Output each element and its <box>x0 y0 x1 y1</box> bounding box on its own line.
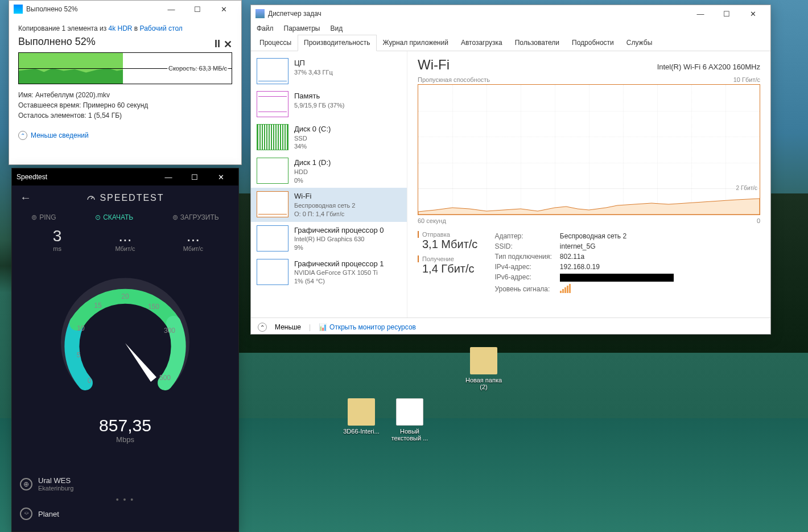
close-button[interactable]: ✕ <box>211 1 237 18</box>
upload-value: ... <box>170 227 216 245</box>
file-icon <box>396 398 423 426</box>
task-manager-window: Диспетчер задач — ☐ ✕ Файл Параметры Вид… <box>250 5 771 335</box>
minimize-button[interactable]: — <box>158 1 184 18</box>
chevron-up-icon: ⌃ <box>18 131 27 140</box>
icon-label: 3D66-Interi... <box>339 428 384 435</box>
file-copy-dialog: Выполнено 52% — ☐ ✕ Копирование 1 элемен… <box>9 0 242 165</box>
adapter-name: Intel(R) Wi-Fi 6 AX200 160MHz <box>657 63 760 71</box>
desktop-icon-textfile[interactable]: Новый текстовый ... <box>387 398 432 442</box>
progress-title: Выполнено 52% <box>18 36 96 48</box>
sidebar-item-memory[interactable]: Память5,9/15,9 ГБ (37%) <box>251 88 407 121</box>
fewer-details-button[interactable]: Меньше <box>275 323 301 331</box>
tab-performance[interactable]: Производительность <box>298 35 376 51</box>
icon-label: Новый текстовый ... <box>387 428 432 442</box>
speed-unit: Mbps <box>12 435 238 444</box>
copy-details: Имя: Антебеллум (2020).mkv Оставшееся вр… <box>18 90 232 121</box>
sidebar-item-wifi[interactable]: Wi-FiБеспроводная сеть 2О: 0 П: 1,4 Гбит… <box>251 188 407 221</box>
svg-marker-0 <box>125 343 156 382</box>
close-button[interactable]: ✕ <box>208 168 234 185</box>
open-resource-monitor-link[interactable]: 📊Открыть монитор ресурсов <box>319 323 416 331</box>
receive-label: Получение <box>418 255 477 262</box>
svg-text:5: 5 <box>77 351 81 359</box>
svg-text:20: 20 <box>121 292 129 300</box>
window-title: Диспетчер задач <box>268 10 687 18</box>
tab-download[interactable]: ⊙СКАЧАТЬ <box>95 213 133 221</box>
download-value: ... <box>102 227 148 245</box>
send-label: Отправка <box>418 231 477 238</box>
speedtest-logo: SPEEDTEST <box>31 193 219 203</box>
maximize-button[interactable]: ☐ <box>714 5 740 22</box>
titlebar[interactable]: Speedtest — ☐ ✕ <box>12 168 238 185</box>
svg-text:300: 300 <box>164 327 175 335</box>
tab-apphistory[interactable]: Журнал приложений <box>377 35 455 51</box>
cancel-button[interactable]: ✕ <box>224 38 232 51</box>
monitor-icon: 📊 <box>319 323 327 331</box>
tabbar: Процессы Производительность Журнал прило… <box>251 35 770 51</box>
ping-icon: ⊚ <box>31 213 37 221</box>
menubar: Файл Параметры Вид <box>251 22 770 35</box>
send-value: 3,1 Мбит/с <box>418 238 477 251</box>
throughput-chart[interactable]: 2 Гбит/с <box>418 84 760 215</box>
panel-title: Wi-Fi <box>418 57 450 73</box>
copy-speed: Скорость: 63,3 МБ/с <box>167 64 228 72</box>
source-folder-link[interactable]: 4k HDR <box>108 24 132 32</box>
sidebar-item-gpu0[interactable]: Графический процессор 0Intel(R) HD Graph… <box>251 222 407 255</box>
copy-source-line: Копирование 1 элемента из 4k HDR в Рабоч… <box>18 24 232 32</box>
window-title: Выполнено 52% <box>26 5 158 13</box>
titlebar[interactable]: Выполнено 52% — ☐ ✕ <box>9 1 241 18</box>
folder-icon <box>348 398 375 426</box>
svg-text:500: 500 <box>159 374 171 382</box>
receive-value: 1,4 Гбит/с <box>418 262 477 275</box>
desktop-icon-folder[interactable]: Новая папка (2) <box>461 347 506 390</box>
isp-row[interactable]: ⊕ Ural WESEkaterinburg <box>20 473 230 495</box>
tab-services[interactable]: Службы <box>620 35 658 51</box>
progress-chart: Скорость: 63,3 МБ/с <box>18 52 232 84</box>
current-speed: 857,35 <box>12 416 238 435</box>
menu-file[interactable]: Файл <box>257 24 274 32</box>
menu-options[interactable]: Параметры <box>284 24 320 32</box>
dest-folder-link[interactable]: Рабочий стол <box>140 24 183 32</box>
tab-users[interactable]: Пользователи <box>509 35 566 51</box>
maximize-button[interactable]: ☐ <box>182 168 208 185</box>
svg-text:0: 0 <box>88 377 92 385</box>
upload-icon: ⊚ <box>172 213 178 221</box>
sidebar-item-gpu1[interactable]: Графический процессор 1NVIDIA GeForce GT… <box>251 255 407 289</box>
icon-label: Новая папка (2) <box>461 377 506 390</box>
wifi-icon: ⌔ <box>20 508 32 520</box>
server-row[interactable]: ⌔ Planet <box>20 504 230 523</box>
titlebar[interactable]: Диспетчер задач — ☐ ✕ <box>251 5 770 22</box>
signal-bars-icon <box>560 284 571 293</box>
taskmgr-icon <box>255 9 265 18</box>
chevron-up-icon: ⌃ <box>258 323 267 332</box>
ping-value: 3 <box>35 227 80 245</box>
sidebar-item-disk0[interactable]: Диск 0 (C:)SSD34% <box>251 121 407 154</box>
minimize-button[interactable]: — <box>687 5 714 22</box>
performance-sidebar: ЦП37% 3,43 ГГц Память5,9/15,9 ГБ (37%) Д… <box>251 51 407 317</box>
desktop-icon-folder[interactable]: 3D66-Interi... <box>339 398 384 435</box>
ipv6-redacted <box>560 274 674 282</box>
back-button[interactable]: ← <box>20 191 31 204</box>
svg-text:10: 10 <box>77 324 85 332</box>
globe-icon: ⊕ <box>20 478 32 490</box>
tab-startup[interactable]: Автозагрузка <box>455 35 509 51</box>
close-button[interactable]: ✕ <box>740 5 766 22</box>
copy-icon <box>14 5 23 14</box>
sidebar-item-cpu[interactable]: ЦП37% 3,43 ГГц <box>251 55 407 88</box>
tab-details[interactable]: Подробности <box>566 35 620 51</box>
menu-view[interactable]: Вид <box>330 24 343 32</box>
minimize-button[interactable]: — <box>155 168 182 185</box>
tab-ping[interactable]: ⊚PING <box>31 213 56 221</box>
svg-text:15: 15 <box>94 302 102 310</box>
pause-button[interactable]: II <box>215 38 220 51</box>
gauge-icon <box>86 193 96 203</box>
tab-processes[interactable]: Процессы <box>253 35 298 51</box>
download-icon: ⊙ <box>95 213 101 221</box>
sidebar-item-disk1[interactable]: Диск 1 (D:)HDD0% <box>251 154 407 188</box>
window-title: Speedtest <box>17 173 155 181</box>
maximize-button[interactable]: ☐ <box>184 1 211 18</box>
svg-text:150: 150 <box>148 303 159 311</box>
speed-gauge: 0 5 10 15 20 150 300 500 <box>51 269 199 417</box>
fewer-details-button[interactable]: ⌃ Меньше сведений <box>18 131 232 140</box>
tab-upload[interactable]: ⊚ЗАГРУЗИТЬ <box>172 213 219 221</box>
separator-dots: • • • <box>20 495 230 504</box>
